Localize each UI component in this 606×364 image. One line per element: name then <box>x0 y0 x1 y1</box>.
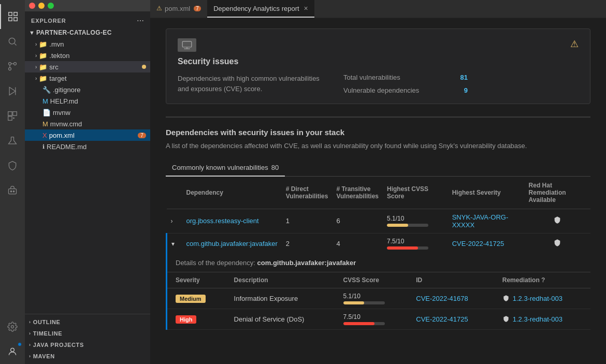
sidebar-item-label: src <box>49 63 58 71</box>
sidebar-item-label: .gitignore <box>53 86 80 94</box>
shield-icon <box>502 295 510 302</box>
cvss-bar-fill <box>387 224 408 227</box>
cvss-score-text: 5.1/10 <box>343 293 400 300</box>
new-file-icon[interactable]: ⋯ <box>137 17 144 25</box>
section-title: Dependencies with security issues in you… <box>166 128 590 137</box>
row2-toggle[interactable]: ▾ <box>167 233 182 254</box>
sidebar-item-label: pom.xml <box>49 132 75 139</box>
shield-icon <box>502 315 510 323</box>
dep-detail: Details of the dependency: com.github.ja… <box>167 254 590 330</box>
svg-rect-1 <box>14 12 17 16</box>
folder-icon: 📁 <box>39 63 47 71</box>
sidebar-item-mvnw[interactable]: 📄 mvnw <box>25 107 150 118</box>
col-transitive: # TransitiveVulnerabilities <box>332 177 383 209</box>
sidebar-item-gitignore[interactable]: 🔧 .gitignore <box>25 84 150 95</box>
col-dependency: Dependency <box>182 177 282 209</box>
collapse-icon[interactable]: › <box>171 217 173 225</box>
svg-rect-15 <box>8 117 12 121</box>
sidebar-bottom: › OUTLINE › TIMELINE › JAVA PROJECTS › M… <box>25 314 150 364</box>
sidebar-item-readmemd[interactable]: ℹ README.md <box>25 141 150 152</box>
table-row[interactable]: › org.jboss.resteasy-client 1 6 5.1/10 <box>167 209 591 233</box>
icon-bar-item-gear[interactable] <box>0 314 25 339</box>
maven-panel[interactable]: › MAVEN <box>25 351 150 362</box>
sidebar-item-pomxml[interactable]: X pom.xml 7 <box>25 129 150 141</box>
sidebar-header: Explorer ⋯ <box>25 11 150 27</box>
table-row-expanded[interactable]: ▾ com.github.javafaker:javafaker 2 4 7.5… <box>167 233 591 254</box>
icon-bar-item-explorer[interactable] <box>0 4 25 29</box>
card-title: Security issues <box>178 57 579 66</box>
detail-row-medium: Medium Information Exposure 5.1/10 <box>167 288 590 309</box>
icon-bar-item-robot[interactable] <box>0 178 25 203</box>
sidebar-item-label: HELP.md <box>50 97 78 105</box>
icon-bar-item-flask[interactable] <box>0 128 25 153</box>
row2-transitive: 4 <box>332 233 383 254</box>
row1-dep-link[interactable]: org.jboss.resteasy-client <box>186 217 259 225</box>
sidebar-item-target[interactable]: › 📁 target <box>25 72 150 84</box>
stat-value-total: 81 <box>460 74 468 81</box>
icon-bar-item-run[interactable] <box>0 79 25 104</box>
java-projects-panel[interactable]: › JAVA PROJECTS <box>25 339 150 351</box>
tab-report[interactable]: Dependency Analytics report × <box>207 0 314 18</box>
folder-icon: 📁 <box>39 52 47 60</box>
traffic-light-minimize[interactable] <box>38 3 45 9</box>
icon-bar-item-source-control[interactable] <box>0 54 25 79</box>
project-root[interactable]: ▼ PARTNER-CATALOG-EC <box>25 27 150 38</box>
detail-id-link-medium[interactable]: CVE-2022-41678 <box>416 295 468 302</box>
detail-id-high: CVE-2022-41725 <box>408 309 494 329</box>
icon-bar-item-extensions[interactable] <box>0 104 25 128</box>
file-icon: 📄 <box>42 109 51 117</box>
detail-cell: Details of the dependency: com.github.ja… <box>167 254 591 330</box>
dep-detail-table: Severity Description CVSS Score ID Remed… <box>167 272 590 330</box>
svg-rect-13 <box>8 112 12 116</box>
icon-bar-item-snyk[interactable] <box>0 153 25 178</box>
sidebar-item-label: README.md <box>47 143 86 151</box>
svg-point-19 <box>11 326 14 328</box>
sidebar-item-helpmd[interactable]: M HELP.md <box>25 95 150 107</box>
row1-severity-link[interactable]: SNYK-JAVA-ORG-XXXXX <box>452 213 509 229</box>
tab-close-icon[interactable]: × <box>304 4 308 12</box>
tab-pomxml[interactable]: ⚠ pom.xml 7 <box>150 0 207 18</box>
cvss-bar-container: 7.5/10 <box>387 238 444 250</box>
icon-bar-item-person[interactable] <box>0 339 25 364</box>
sidebar-item-mvnwcmd[interactable]: M mvnw.cmd <box>25 118 150 129</box>
vuln-table: Dependency # DirectVulnerabilities # Tra… <box>166 177 590 330</box>
main-area: ⚠ pom.xml 7 Dependency Analytics report … <box>150 0 606 364</box>
status-dot <box>142 65 146 69</box>
outline-arrow: › <box>29 319 31 325</box>
cvss-bar-fill <box>387 246 418 250</box>
timeline-panel[interactable]: › TIMELINE <box>25 328 150 339</box>
tab-report-label: Dependency Analytics report <box>213 5 299 12</box>
remediation-link-medium[interactable]: 1.2.3-redhat-003 <box>513 295 562 302</box>
traffic-light-maximize[interactable] <box>48 3 54 9</box>
sidebar-item-src[interactable]: › 📁 src <box>25 61 150 72</box>
card-description: Dependencies with high common vulnerabil… <box>178 74 323 94</box>
remediation-link-high[interactable]: 1.2.3-redhat-003 <box>513 315 562 323</box>
row1-direct: 1 <box>282 209 333 233</box>
outline-panel[interactable]: › OUTLINE <box>25 316 150 328</box>
section-divider <box>166 117 590 118</box>
col-toggle <box>167 177 182 209</box>
detail-col-id: ID <box>408 272 494 288</box>
detail-cvss-medium: 5.1/10 <box>335 288 408 309</box>
svg-point-8 <box>14 63 17 65</box>
dep-detail-header: Details of the dependency: com.github.ja… <box>167 254 590 272</box>
sidebar-item-mvn[interactable]: › 📁 .mvn <box>25 38 150 50</box>
detail-id-link-high[interactable]: CVE-2022-41725 <box>416 315 468 323</box>
card-body: Dependencies with high common vulnerabil… <box>178 74 579 94</box>
row2-severity-link[interactable]: CVE-2022-41725 <box>452 240 504 247</box>
expand-icon[interactable]: ▾ <box>171 240 175 247</box>
cvss-bar-track <box>343 301 385 304</box>
stat-label-vulnerable: Vulnerable dependencies <box>343 86 419 94</box>
vuln-tab-common[interactable]: Commonly known vulnerabilities 80 <box>166 159 285 177</box>
icon-bar <box>0 0 25 364</box>
svg-point-4 <box>9 38 15 44</box>
icon-bar-item-search[interactable] <box>0 29 25 54</box>
traffic-light-close[interactable] <box>29 3 35 9</box>
cvss-bar-container: 5.1/10 <box>387 215 444 227</box>
svg-point-17 <box>10 191 12 192</box>
tabs-bar: ⚠ pom.xml 7 Dependency Analytics report … <box>150 0 606 18</box>
detail-severity-medium: Medium <box>167 288 226 309</box>
row1-toggle[interactable]: › <box>167 209 182 233</box>
row2-dep-link[interactable]: com.github.javafaker:javafaker <box>186 240 278 247</box>
sidebar-item-tekton[interactable]: › 📁 .tekton <box>25 50 150 61</box>
